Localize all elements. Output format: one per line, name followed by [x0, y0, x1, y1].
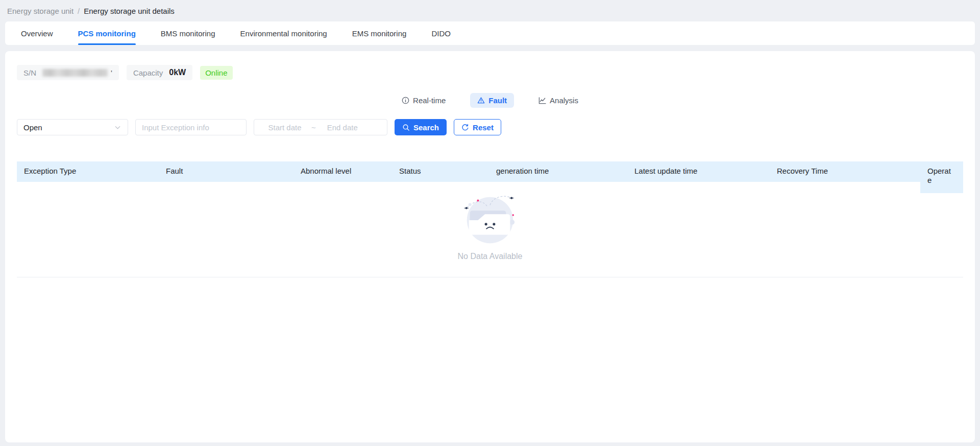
reset-button[interactable]: Reset	[454, 119, 501, 135]
view-analysis-button[interactable]: Analysis	[536, 93, 580, 108]
breadcrumb-separator: /	[78, 7, 80, 15]
column-header-status: Status	[392, 161, 489, 182]
view-switch-row: Real-time Fault Analysis	[17, 93, 963, 108]
capacity-chip: Capacity 0kW	[127, 65, 192, 80]
tab-environmental-monitoring[interactable]: Environmental monitoring	[240, 21, 327, 45]
serial-number-value-redacted	[42, 69, 108, 77]
column-header-recovery-time: Recovery Time	[770, 161, 920, 182]
column-header-abnormal-level: Abnormal level	[293, 161, 392, 182]
column-header-operate: Operate	[920, 161, 963, 193]
view-realtime-label: Real-time	[413, 96, 446, 105]
fault-table-empty-state: No Data Available	[17, 182, 963, 277]
info-circle-icon	[402, 97, 409, 104]
date-range-picker[interactable]: ~	[254, 119, 387, 135]
tab-bar: Overview PCS monitoring BMS monitoring E…	[5, 21, 975, 45]
column-header-latest-update-time: Latest update time	[627, 161, 770, 182]
capacity-value: 0kW	[169, 68, 186, 77]
empty-state-text: No Data Available	[458, 252, 523, 261]
exception-status-select[interactable]: Open	[17, 119, 128, 135]
search-icon	[402, 124, 410, 131]
empty-folder-illustration	[460, 188, 520, 250]
tab-ems-monitoring[interactable]: EMS monitoring	[352, 21, 407, 45]
chart-line-icon	[538, 97, 546, 104]
warning-triangle-icon	[477, 97, 485, 104]
end-date-input[interactable]	[318, 123, 367, 132]
filter-row: Open ~ Search	[17, 119, 963, 135]
tab-pcs-monitoring[interactable]: PCS monitoring	[78, 21, 136, 45]
tab-dido[interactable]: DIDO	[431, 21, 451, 45]
view-analysis-label: Analysis	[550, 96, 578, 105]
exception-status-select-value: Open	[23, 123, 42, 132]
tab-bms-monitoring[interactable]: BMS monitoring	[161, 21, 215, 45]
column-header-exception-type: Exception Type	[17, 161, 159, 182]
view-fault-label: Fault	[488, 96, 507, 105]
breadcrumb-current: Energy storage unit details	[84, 7, 175, 15]
date-range-separator: ~	[311, 123, 316, 132]
search-button[interactable]: Search	[395, 119, 447, 135]
exception-info-input[interactable]	[135, 119, 247, 135]
view-realtime-button[interactable]: Real-time	[400, 93, 448, 108]
serial-number-chip: S/N '	[17, 65, 119, 80]
chevron-down-icon	[114, 124, 121, 131]
reset-icon	[461, 124, 469, 131]
tab-overview[interactable]: Overview	[21, 21, 53, 45]
start-date-input[interactable]	[260, 123, 309, 132]
column-header-generation-time: generation time	[489, 161, 627, 182]
column-header-operate-text: Operate	[927, 167, 955, 185]
serial-number-label: S/N	[23, 68, 36, 77]
breadcrumb-parent-link[interactable]: Energy storage unit	[7, 7, 74, 15]
search-button-label: Search	[413, 123, 439, 132]
breadcrumb: Energy storage unit / Energy storage uni…	[0, 0, 980, 21]
fault-table: Exception Type Fault Abnormal level Stat…	[17, 161, 963, 277]
pcs-monitoring-panel: S/N ' Capacity 0kW Online Real-time	[5, 51, 975, 442]
view-fault-button[interactable]: Fault	[470, 93, 514, 108]
capacity-label: Capacity	[133, 68, 163, 77]
status-badge: Online	[200, 66, 232, 80]
reset-button-label: Reset	[473, 123, 494, 132]
unit-info-row: S/N ' Capacity 0kW Online	[17, 51, 963, 80]
column-header-fault: Fault	[159, 161, 293, 182]
serial-number-suffix: '	[111, 68, 112, 77]
fault-table-header: Exception Type Fault Abnormal level Stat…	[17, 161, 963, 182]
